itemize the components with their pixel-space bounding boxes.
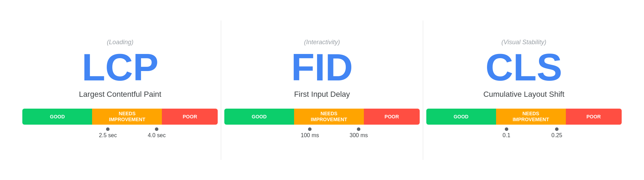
cls-subtitle: (Visual Stability): [501, 39, 546, 46]
cls-marker-2: 0.25: [552, 127, 562, 139]
fid-marker-1: 100 ms: [301, 127, 319, 139]
cls-dot-1: [505, 127, 508, 131]
fid-label-1: 100 ms: [301, 132, 319, 139]
cls-scale: GOOD NEEDSIMPROVEMENT POOR 0.1 0.25: [426, 109, 622, 141]
metrics-container: (Loading) LCP Largest Contentful Paint G…: [0, 14, 644, 167]
fid-subtitle: (Interactivity): [304, 39, 340, 46]
cls-acronym: CLS: [486, 48, 562, 86]
divider-1: [221, 21, 221, 160]
cls-scale-bar: GOOD NEEDSIMPROVEMENT POOR: [426, 109, 622, 125]
lcp-scale: GOOD NEEDSIMPROVEMENT POOR 2.5 sec 4.0 s…: [22, 109, 218, 141]
lcp-scale-labels: 2.5 sec 4.0 sec: [22, 127, 218, 141]
cls-scale-labels: 0.1 0.25: [426, 127, 622, 141]
lcp-card: (Loading) LCP Largest Contentful Paint G…: [22, 39, 218, 141]
cls-marker-1: 0.1: [503, 127, 510, 139]
fid-dot-2: [357, 127, 360, 131]
fid-acronym: FID: [291, 48, 353, 86]
cls-card: (Visual Stability) CLS Cumulative Layout…: [426, 39, 622, 141]
lcp-good-segment: GOOD: [22, 109, 92, 125]
fid-scale-bar: GOOD NEEDSIMPROVEMENT POOR: [224, 109, 420, 125]
lcp-needs-segment: NEEDSIMPROVEMENT: [92, 109, 162, 125]
lcp-scale-bar: GOOD NEEDSIMPROVEMENT POOR: [22, 109, 218, 125]
cls-good-segment: GOOD: [426, 109, 496, 125]
lcp-dot-2: [155, 127, 158, 131]
lcp-acronym: LCP: [82, 48, 158, 86]
lcp-marker-1: 2.5 sec: [99, 127, 117, 139]
fid-needs-segment: NEEDSIMPROVEMENT: [294, 109, 364, 125]
fid-card: (Interactivity) FID First Input Delay GO…: [224, 39, 420, 141]
fid-good-segment: GOOD: [224, 109, 294, 125]
cls-poor-segment: POOR: [566, 109, 622, 125]
fid-poor-segment: POOR: [364, 109, 420, 125]
cls-dot-2: [555, 127, 559, 131]
lcp-label-1: 2.5 sec: [99, 132, 117, 139]
fid-name: First Input Delay: [294, 90, 350, 99]
cls-needs-segment: NEEDSIMPROVEMENT: [496, 109, 566, 125]
divider-2: [423, 21, 423, 160]
lcp-subtitle: (Loading): [107, 39, 133, 46]
fid-scale: GOOD NEEDSIMPROVEMENT POOR 100 ms 300 ms: [224, 109, 420, 141]
fid-dot-1: [308, 127, 312, 131]
lcp-dot-1: [106, 127, 110, 131]
fid-label-2: 300 ms: [350, 132, 368, 139]
fid-marker-2: 300 ms: [350, 127, 368, 139]
lcp-marker-2: 4.0 sec: [148, 127, 166, 139]
cls-label-2: 0.25: [552, 132, 562, 139]
cls-label-1: 0.1: [503, 132, 510, 139]
lcp-name: Largest Contentful Paint: [79, 90, 161, 99]
lcp-poor-segment: POOR: [162, 109, 218, 125]
lcp-label-2: 4.0 sec: [148, 132, 166, 139]
cls-name: Cumulative Layout Shift: [483, 90, 564, 99]
fid-scale-labels: 100 ms 300 ms: [224, 127, 420, 141]
